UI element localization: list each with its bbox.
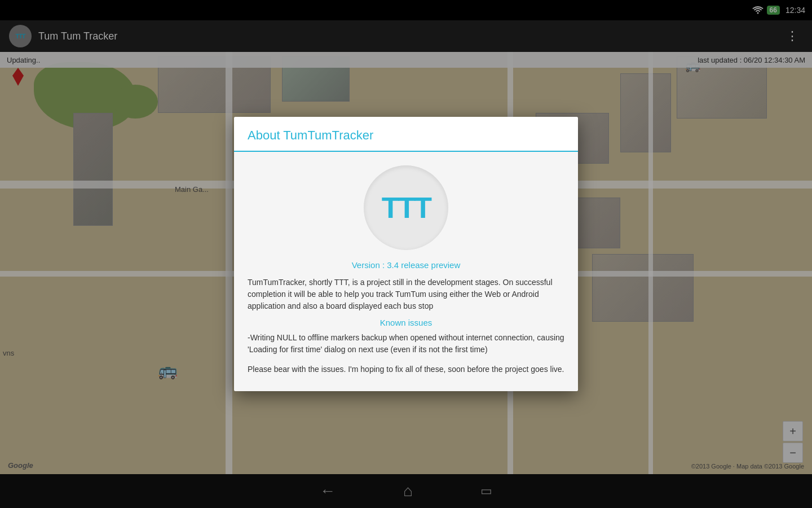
- ttt-logo-text: TTT: [382, 191, 430, 225]
- description-text: TumTumTracker, shortly TTT, is a project…: [248, 277, 564, 312]
- about-dialog: About TumTumTracker TTT Version : 3.4 re…: [234, 117, 578, 391]
- version-text: Version : 3.4 release preview: [248, 260, 564, 270]
- bear-text: Please bear with the issues. I'm hoping …: [248, 364, 564, 375]
- issues-text: -Writing NULL to offline markers backup …: [248, 332, 564, 356]
- known-issues-label: Known issues: [248, 318, 564, 327]
- dialog-body: TTT Version : 3.4 release preview TumTum…: [234, 152, 578, 391]
- dialog-title-bar: About TumTumTracker: [234, 117, 578, 152]
- dialog-title: About TumTumTracker: [248, 128, 373, 142]
- ttt-logo-circle: TTT: [364, 165, 448, 250]
